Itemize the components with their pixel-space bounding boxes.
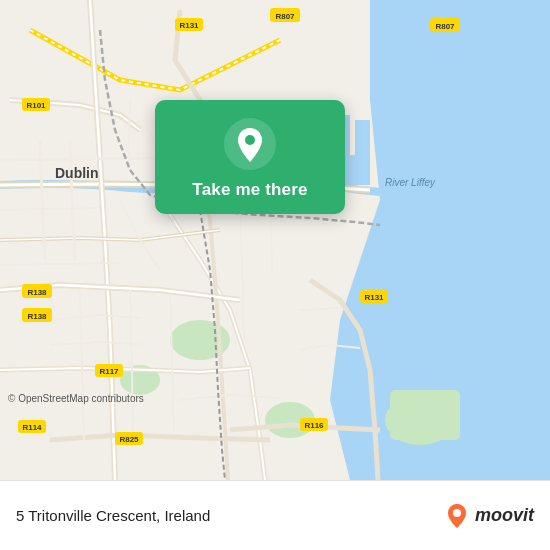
svg-text:Dublin: Dublin	[55, 165, 99, 181]
moovit-icon	[443, 502, 471, 530]
svg-text:R825: R825	[119, 435, 139, 444]
moovit-logo: moovit	[443, 502, 534, 530]
bottom-bar: 5 Tritonville Crescent, Ireland moovit	[0, 480, 550, 550]
action-card: Take me there	[155, 100, 345, 214]
svg-point-35	[245, 135, 255, 145]
svg-text:R116: R116	[304, 421, 324, 430]
location-pin-icon	[224, 118, 276, 170]
moovit-name: moovit	[475, 505, 534, 526]
map-attribution: © OpenStreetMap contributors	[8, 393, 144, 404]
svg-text:R138: R138	[27, 312, 47, 321]
svg-text:R807: R807	[435, 22, 455, 31]
svg-text:R138: R138	[27, 288, 47, 297]
svg-text:R117: R117	[99, 367, 119, 376]
address-text: 5 Tritonville Crescent, Ireland	[16, 507, 443, 524]
svg-text:R114: R114	[22, 423, 42, 432]
take-me-there-button[interactable]: Take me there	[192, 180, 307, 200]
map-container: R807 R807 R101 R131 R138 R138 R117 R114 …	[0, 0, 550, 480]
svg-text:River Liffey: River Liffey	[385, 177, 436, 188]
svg-rect-9	[390, 390, 460, 440]
svg-point-36	[453, 509, 461, 517]
svg-text:R807: R807	[275, 12, 295, 21]
svg-text:R131: R131	[179, 21, 199, 30]
svg-text:R131: R131	[364, 293, 384, 302]
svg-rect-4	[355, 120, 370, 160]
svg-text:R101: R101	[26, 101, 46, 110]
